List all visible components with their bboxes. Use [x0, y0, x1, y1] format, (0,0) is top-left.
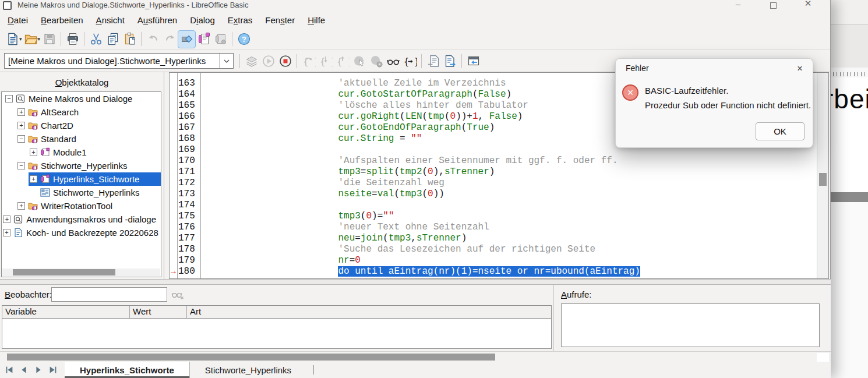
code-text[interactable]: do until aEintrag(nr)(1)=nseite or nr=ub…	[200, 266, 640, 277]
tree-item-row[interactable]: +WriterRotationTool	[16, 199, 161, 213]
editor-vertical-scrollbar[interactable]	[817, 73, 828, 278]
breakpoint-icon[interactable]	[351, 52, 368, 69]
menu-bearbeiten[interactable]: Bearbeiten	[34, 13, 90, 27]
tree-item[interactable]: Stichworte_Hyperlinks	[2, 186, 161, 199]
maximize-icon[interactable]	[766, 0, 780, 9]
compile-icon[interactable]	[243, 52, 260, 69]
ok-button[interactable]: OK	[756, 122, 805, 140]
menu-dialog[interactable]: Dialog	[184, 13, 221, 27]
code-line[interactable]: →180 do until aEintrag(nr)(1)=nseite or …	[170, 266, 817, 277]
code-text[interactable]: 'aktuelle Zeile im Verzeichnis	[200, 78, 506, 89]
tree-item-row[interactable]: +AltSearch	[16, 105, 161, 119]
code-line[interactable]: 178 'Suche das Lesezeichen auf der richt…	[170, 244, 817, 255]
code-text[interactable]: cur.String = ""	[200, 133, 422, 144]
code-text[interactable]	[200, 144, 204, 156]
code-text[interactable]: cur.GotoEndOfParagraph(True)	[200, 122, 495, 133]
tree-item[interactable]: +Module1	[2, 146, 161, 159]
tree-item-row[interactable]: −Stichworte_Hyperlinks	[16, 159, 161, 172]
breakpoint-gutter[interactable]	[170, 144, 177, 156]
nav-first-icon[interactable]	[3, 364, 15, 376]
breakpoint-gutter[interactable]	[170, 167, 177, 178]
expand-icon[interactable]: +	[17, 202, 25, 210]
code-line[interactable]: 170 'Aufspalten einer Seitennumer mit gg…	[170, 156, 817, 167]
code-text[interactable]: tmp3=split(tmp2(0),sTrenner)	[200, 167, 495, 178]
execution-arrow-icon[interactable]: →	[170, 266, 177, 277]
main-horizontal-scrollbar[interactable]	[0, 351, 831, 362]
breakpoint-gutter[interactable]	[170, 222, 177, 233]
code-text[interactable]: nr=0	[200, 255, 361, 266]
dropdown-arrow-icon[interactable]: ▾	[38, 36, 41, 42]
menu-ausf-hren[interactable]: Ausführen	[131, 13, 184, 27]
code-text[interactable]: 'lösche alles hinter dem Tabulator	[200, 100, 528, 111]
dialog-close-icon[interactable]: ×	[793, 62, 807, 76]
tree-item-row[interactable]: +Anwendungsmakros und -dialoge	[2, 213, 161, 226]
chevron-down-icon[interactable]	[219, 54, 233, 68]
main-scrollbar-thumb[interactable]	[7, 354, 495, 361]
module-tab-hyperlinks_stichworte[interactable]: Hyperlinks_Stichworte	[65, 362, 190, 378]
breakpoint-gutter[interactable]	[170, 211, 177, 222]
breakpoint-gutter[interactable]	[170, 189, 177, 200]
expand-icon[interactable]: +	[3, 216, 10, 223]
step-into-icon[interactable]: { }	[317, 52, 334, 69]
undo-icon[interactable]	[144, 31, 161, 48]
tree-item[interactable]: −Standard	[2, 132, 161, 146]
tree-item-row[interactable]: Stichworte_Hyperlinks	[29, 186, 161, 199]
nav-next-icon[interactable]	[33, 364, 44, 376]
close-icon[interactable]: ✕	[801, 0, 815, 9]
code-line[interactable]: 174	[170, 200, 817, 211]
code-text[interactable]: neu=join(tmp3,sTrenner)	[200, 233, 467, 244]
column-header-variable[interactable]: Variable	[2, 306, 130, 318]
module-tab-stichworte_hyperlinks[interactable]: Stichworte_Hyperlinks	[190, 362, 306, 378]
expand-icon[interactable]: +	[30, 175, 37, 183]
help-icon[interactable]: ?	[235, 31, 252, 48]
tree-item-row[interactable]: +Hyperlinks_Stichworte	[29, 172, 161, 186]
breakpoint-gutter[interactable]	[170, 100, 177, 111]
enable-watch-icon[interactable]	[384, 52, 401, 69]
import-source-icon[interactable]	[425, 52, 442, 69]
manage-dialogs-icon[interactable]	[212, 31, 229, 48]
breakpoint-gutter[interactable]	[170, 122, 177, 133]
dropdown-arrow-icon[interactable]: ▾	[19, 36, 22, 42]
tree-item[interactable]: +Anwendungsmakros und -dialoge	[2, 213, 161, 226]
code-line[interactable]: 172 'die Seitenzahl weg	[170, 178, 817, 189]
menu-datei[interactable]: Datei	[1, 13, 34, 27]
watch-table-body[interactable]	[2, 319, 552, 349]
nav-last-icon[interactable]	[47, 364, 59, 376]
step-out-icon[interactable]: { }	[334, 52, 351, 69]
breakpoint-gutter[interactable]	[170, 200, 177, 211]
step-over-icon[interactable]: { }	[300, 52, 317, 69]
expand-icon[interactable]: +	[30, 149, 37, 156]
code-line[interactable]: 175 tmp3(0)=""	[170, 211, 817, 222]
code-text[interactable]: tmp3(0)=""	[200, 211, 394, 222]
breakpoint-gutter[interactable]	[170, 133, 177, 144]
print-icon[interactable]	[64, 31, 81, 48]
code-line[interactable]: 179 nr=0	[170, 255, 817, 266]
tree-item[interactable]: +AltSearch	[2, 105, 161, 119]
tree-item[interactable]: +Koch- und Backrezepte 20220628 -	[2, 226, 161, 239]
new-document-icon[interactable]	[4, 31, 21, 48]
code-line[interactable]: 176 'neuer Text ohne Seitenzahl	[170, 222, 817, 233]
catalog-scrollbar-thumb[interactable]	[13, 269, 115, 275]
cut-icon[interactable]	[87, 31, 104, 48]
tree-item[interactable]: −Meine Makros und Dialoge	[2, 92, 161, 105]
expand-icon[interactable]: +	[17, 122, 25, 129]
code-line[interactable]: 171 tmp3=split(tmp2(0),sTrenner)	[170, 167, 817, 178]
tree-item-row[interactable]: +Module1	[29, 146, 161, 159]
nav-prev-icon[interactable]	[18, 364, 30, 376]
expand-icon[interactable]: +	[3, 229, 10, 236]
menu-fenster[interactable]: Fenster	[259, 13, 301, 27]
tree-item-row[interactable]: +Chart2D	[16, 119, 161, 132]
breakpoint-gutter[interactable]	[170, 78, 177, 89]
catalog-horizontal-scrollbar[interactable]	[2, 269, 160, 276]
watch-input[interactable]	[51, 287, 167, 302]
code-text[interactable]: 'neuer Text ohne Seitenzahl	[200, 222, 489, 233]
expand-icon[interactable]: +	[17, 108, 25, 116]
calls-listbox[interactable]	[561, 303, 820, 347]
paste-icon[interactable]	[121, 31, 138, 48]
collapse-icon[interactable]: −	[17, 162, 25, 169]
breakpoint-gutter[interactable]	[170, 255, 177, 266]
menu-hilfe[interactable]: Hilfe	[301, 13, 331, 27]
code-text[interactable]: 'Suche das Lesezeichen auf der richtigen…	[200, 244, 595, 255]
manage-breakpoints-icon[interactable]	[368, 52, 384, 69]
remove-watch-icon[interactable]	[171, 288, 185, 302]
